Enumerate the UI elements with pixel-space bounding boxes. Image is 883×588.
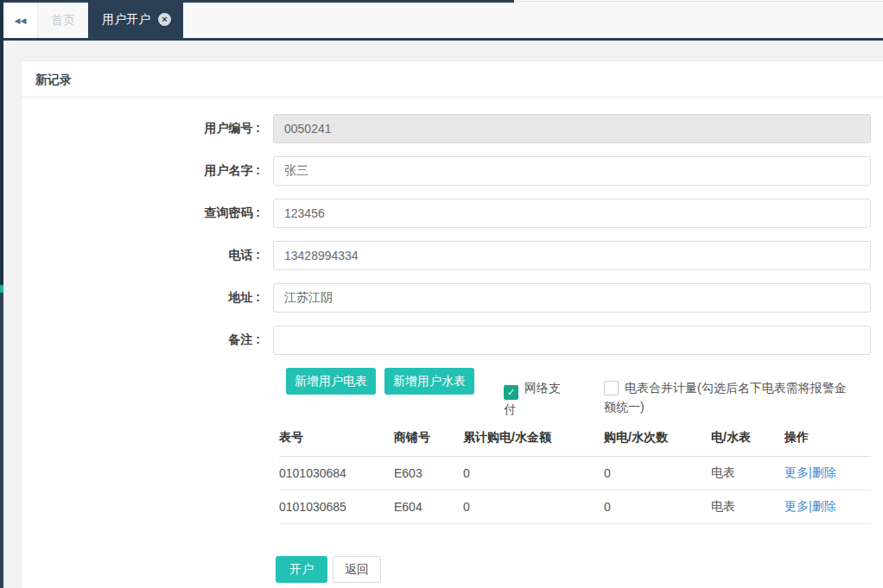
open-account-button[interactable]: 开户 [276, 556, 327, 583]
meter-actions-row: 新增用户电表 新增用户水表 ✓网络支付 电表合并计量(勾选后名下电表需将报警金额… [286, 368, 883, 419]
query-password-input[interactable] [273, 199, 871, 228]
query-password-label: 查询密码 : [22, 205, 260, 221]
network-payment-checkbox-group[interactable]: ✓网络支付 [504, 378, 562, 419]
panel-title: 新记录 [22, 61, 883, 98]
meter-table-body: 0101030684 E603 0 0 电表 更多|删除 0101030685 … [279, 457, 871, 524]
cell-meter-type: 电表 [711, 457, 785, 490]
cell-operation: 更多|删除 [785, 490, 871, 524]
add-water-meter-button[interactable]: 新增用户水表 [384, 368, 474, 395]
new-record-panel: 新记录 用户编号 : 用户名字 : 查询密码 : 电话 : 地址 : 备注 : [21, 60, 883, 588]
tab-bar-bottom-border [0, 38, 883, 41]
table-row: 0101030685 E604 0 0 电表 更多|删除 [279, 490, 871, 524]
tab-label: 用户开户 [102, 12, 150, 28]
col-meter-type: 电/水表 [711, 422, 785, 457]
double-left-chevron-icon: ◀◀ [15, 16, 27, 25]
cell-total-amount: 0 [463, 457, 604, 490]
meter-table-header-row: 表号 商铺号 累计购电/水金额 购电/水次数 电/水表 操作 [279, 422, 871, 457]
delete-link[interactable]: 删除 [812, 465, 836, 479]
collapse-tabs-button[interactable]: ◀◀ [3, 3, 38, 38]
col-total-amount: 累计购电/水金额 [463, 422, 604, 457]
network-payment-checkbox[interactable]: ✓ [504, 385, 518, 400]
tab-user-open-account[interactable]: 用户开户 × [88, 0, 183, 41]
close-tab-icon[interactable]: × [158, 13, 171, 26]
form-row-user-id: 用户编号 : [22, 114, 883, 143]
cell-meter-no: 0101030684 [279, 457, 394, 490]
cell-purchase-times: 0 [604, 490, 711, 524]
tabs-container: 首页 用户开户 × [39, 0, 183, 41]
more-link[interactable]: 更多 [785, 465, 809, 479]
merge-metering-checkbox[interactable] [604, 381, 619, 395]
tab-bar: ◀◀ 首页 用户开户 × [3, 0, 883, 41]
account-form: 用户编号 : 用户名字 : 查询密码 : 电话 : 地址 : 备注 : 新增用户… [22, 98, 883, 583]
cell-total-amount: 0 [463, 490, 604, 524]
check-icon: ✓ [507, 387, 515, 397]
form-row-user-name: 用户名字 : [22, 156, 883, 186]
cell-meter-type: 电表 [711, 490, 785, 524]
cell-purchase-times: 0 [604, 457, 711, 490]
form-row-address: 地址 : [22, 283, 883, 313]
user-name-input[interactable] [273, 156, 871, 186]
header-top-border [514, 1, 883, 2]
user-id-label: 用户编号 : [22, 121, 260, 136]
cell-shop-no: E604 [394, 490, 463, 524]
col-operation: 操作 [785, 422, 871, 457]
back-button[interactable]: 返回 [333, 556, 381, 583]
sidebar-upper-strip [0, 0, 3, 285]
user-name-label: 用户名字 : [22, 163, 260, 179]
sidebar-lower-strip [0, 293, 3, 588]
form-row-remark: 备注 : [22, 326, 883, 355]
meter-table: 表号 商铺号 累计购电/水金额 购电/水次数 电/水表 操作 010103068… [279, 422, 871, 524]
col-meter-no: 表号 [279, 422, 394, 457]
delete-link[interactable]: 删除 [812, 499, 836, 513]
remark-input[interactable] [273, 326, 871, 355]
sidebar-active-indicator [0, 285, 3, 293]
col-shop-no: 商铺号 [394, 422, 463, 457]
cell-operation: 更多|删除 [785, 457, 871, 490]
more-link[interactable]: 更多 [785, 499, 809, 513]
form-row-query-password: 查询密码 : [22, 199, 883, 228]
table-row: 0101030684 E603 0 0 电表 更多|删除 [279, 457, 871, 490]
merge-metering-label: 电表合并计量(勾选后名下电表需将报警金额统一) [604, 381, 847, 414]
address-label: 地址 : [22, 290, 260, 306]
phone-input[interactable] [273, 241, 871, 270]
header-top-strip [0, 0, 514, 3]
submit-row: 开户 返回 [276, 556, 883, 583]
form-row-phone: 电话 : [22, 241, 883, 270]
address-input[interactable] [273, 283, 871, 313]
cell-shop-no: E603 [394, 457, 463, 490]
add-electric-meter-button[interactable]: 新增用户电表 [286, 368, 376, 395]
merge-metering-checkbox-group[interactable]: 电表合并计量(勾选后名下电表需将报警金额统一) [604, 378, 856, 416]
col-purchase-times: 购电/水次数 [604, 422, 711, 457]
collapsed-sidebar [0, 0, 3, 588]
cell-meter-no: 0101030685 [279, 490, 394, 524]
phone-label: 电话 : [22, 248, 260, 263]
user-id-input [273, 114, 871, 143]
meter-table-head: 表号 商铺号 累计购电/水金额 购电/水次数 电/水表 操作 [279, 422, 871, 457]
tab-home[interactable]: 首页 [39, 3, 88, 38]
remark-label: 备注 : [22, 332, 260, 348]
